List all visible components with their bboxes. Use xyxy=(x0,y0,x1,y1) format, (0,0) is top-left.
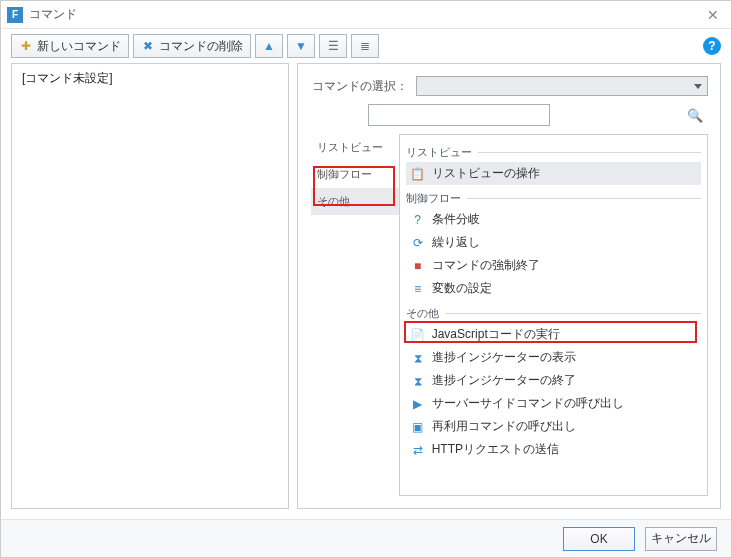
search-icon: 🔍 xyxy=(687,108,703,123)
command-item-label: JavaScriptコードの実行 xyxy=(432,326,560,343)
command-item[interactable]: ≡変数の設定 xyxy=(406,277,701,300)
command-item-label: サーバーサイドコマンドの呼び出し xyxy=(432,395,624,412)
command-item-icon: ▣ xyxy=(410,419,426,435)
section-divider xyxy=(445,313,701,314)
delete-icon: ✖ xyxy=(141,39,155,53)
content-area: [コマンド未設定] コマンドの選択： 🔍 リストビュー制御フローその他 リストビ… xyxy=(1,63,731,519)
section-header: リストビュー xyxy=(406,145,701,160)
command-item[interactable]: ⧗進捗インジケーターの終了 xyxy=(406,369,701,392)
new-command-label: 新しいコマンド xyxy=(37,38,121,55)
command-item-label: HTTPリクエストの送信 xyxy=(432,441,559,458)
section-title: リストビュー xyxy=(406,145,472,160)
command-config-panel: コマンドの選択： 🔍 リストビュー制御フローその他 リストビュー📋リストビューの… xyxy=(297,63,721,509)
list-view-button[interactable]: ☰ xyxy=(319,34,347,58)
command-catalog-pane: リストビュー📋リストビューの操作制御フロー?条件分岐⟳繰り返し■コマンドの強制終… xyxy=(399,134,708,496)
command-item-label: 変数の設定 xyxy=(432,280,492,297)
command-item-icon: ? xyxy=(410,212,426,228)
command-item-label: コマンドの強制終了 xyxy=(432,257,540,274)
select-command-row: コマンドの選択： xyxy=(312,76,708,96)
new-command-button[interactable]: ✚ 新しいコマンド xyxy=(11,34,129,58)
move-up-button[interactable]: ▲ xyxy=(255,34,283,58)
section-title: その他 xyxy=(406,306,439,321)
up-arrow-icon: ▲ xyxy=(262,39,276,53)
command-item[interactable]: 📋リストビューの操作 xyxy=(406,162,701,185)
ok-button[interactable]: OK xyxy=(563,527,635,551)
category-list: リストビュー制御フローその他 xyxy=(311,134,399,496)
lower-selection-area: リストビュー制御フローその他 リストビュー📋リストビューの操作制御フロー?条件分… xyxy=(311,134,708,496)
down-arrow-icon: ▼ xyxy=(294,39,308,53)
window-title: コマンド xyxy=(29,6,701,23)
category-item[interactable]: 制御フロー xyxy=(311,161,399,188)
command-item-icon: ⇄ xyxy=(410,442,426,458)
command-item[interactable]: 📄JavaScriptコードの実行 xyxy=(406,323,701,346)
titlebar: F コマンド ✕ xyxy=(1,1,731,29)
section-title: 制御フロー xyxy=(406,191,461,206)
help-icon[interactable]: ? xyxy=(703,37,721,55)
delete-command-label: コマンドの削除 xyxy=(159,38,243,55)
command-item[interactable]: ▣再利用コマンドの呼び出し xyxy=(406,415,701,438)
command-item[interactable]: ⧗進捗インジケーターの表示 xyxy=(406,346,701,369)
close-icon[interactable]: ✕ xyxy=(701,3,725,27)
section-header: その他 xyxy=(406,306,701,321)
select-command-label: コマンドの選択： xyxy=(312,78,408,95)
command-item-label: 再利用コマンドの呼び出し xyxy=(432,418,576,435)
detail-list-icon: ≣ xyxy=(358,39,372,53)
delete-command-button[interactable]: ✖ コマンドの削除 xyxy=(133,34,251,58)
list-icon: ☰ xyxy=(326,39,340,53)
command-item-icon: ⟳ xyxy=(410,235,426,251)
command-item-label: リストビューの操作 xyxy=(432,165,540,182)
command-item-label: 条件分岐 xyxy=(432,211,480,228)
command-item-icon: 📋 xyxy=(410,166,426,182)
command-item-label: 進捗インジケーターの終了 xyxy=(432,372,576,389)
dialog-window: F コマンド ✕ ✚ 新しいコマンド ✖ コマンドの削除 ▲ ▼ ☰ ≣ ? [… xyxy=(0,0,732,558)
section-header: 制御フロー xyxy=(406,191,701,206)
command-item-icon: ■ xyxy=(410,258,426,274)
command-item[interactable]: ⟳繰り返し xyxy=(406,231,701,254)
command-item-icon: ⧗ xyxy=(410,350,426,366)
cancel-button[interactable]: キャンセル xyxy=(645,527,717,551)
section-divider xyxy=(478,152,701,153)
command-item[interactable]: ⇄HTTPリクエストの送信 xyxy=(406,438,701,461)
move-down-button[interactable]: ▼ xyxy=(287,34,315,58)
category-item[interactable]: その他 xyxy=(311,188,399,215)
commands-list-panel: [コマンド未設定] xyxy=(11,63,289,509)
command-item[interactable]: ?条件分岐 xyxy=(406,208,701,231)
toolbar: ✚ 新しいコマンド ✖ コマンドの削除 ▲ ▼ ☰ ≣ ? xyxy=(1,29,731,63)
command-item-label: 進捗インジケーターの表示 xyxy=(432,349,576,366)
command-item[interactable]: ■コマンドの強制終了 xyxy=(406,254,701,277)
category-item[interactable]: リストビュー xyxy=(311,134,399,161)
dialog-footer: OK キャンセル xyxy=(1,519,731,557)
command-select-dropdown[interactable] xyxy=(416,76,708,96)
plus-icon: ✚ xyxy=(19,39,33,53)
command-item-icon: ⧗ xyxy=(410,373,426,389)
search-row: 🔍 xyxy=(312,104,708,126)
command-unset-item[interactable]: [コマンド未設定] xyxy=(22,70,278,87)
command-item-label: 繰り返し xyxy=(432,234,480,251)
command-item-icon: ▶ xyxy=(410,396,426,412)
search-input[interactable] xyxy=(368,104,550,126)
section-divider xyxy=(467,198,701,199)
detail-view-button[interactable]: ≣ xyxy=(351,34,379,58)
app-icon: F xyxy=(7,7,23,23)
command-item-icon: 📄 xyxy=(410,327,426,343)
command-item[interactable]: ▶サーバーサイドコマンドの呼び出し xyxy=(406,392,701,415)
command-item-icon: ≡ xyxy=(410,281,426,297)
